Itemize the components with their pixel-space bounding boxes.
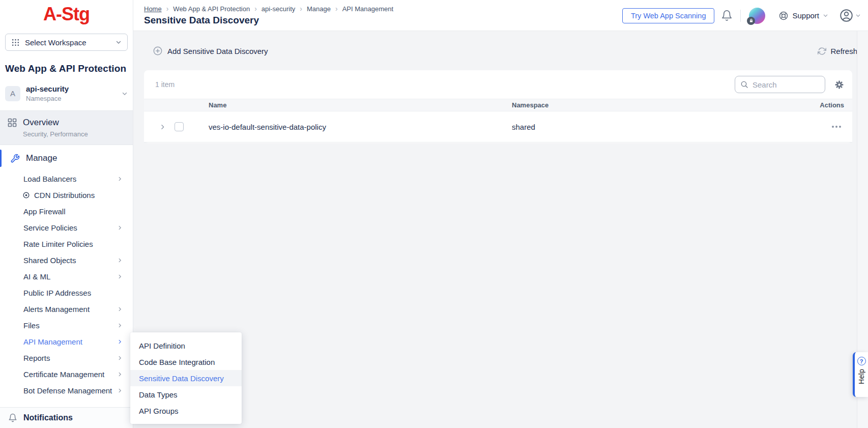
breadcrumb-manage[interactable]: Manage — [307, 5, 331, 13]
chevron-right-icon — [117, 339, 123, 345]
breadcrumb-separator: › — [166, 5, 169, 12]
user-icon — [840, 9, 853, 22]
workspace-selector[interactable]: Select Workspace — [5, 34, 128, 51]
logo-row: A-Stg — [0, 0, 133, 28]
flyout-item-sensitive-data-discovery[interactable]: Sensitive Data Discovery — [130, 370, 242, 386]
search-icon — [740, 80, 748, 89]
sidebar-title: Web App & API Protection — [5, 63, 128, 74]
breadcrumb-separator: › — [335, 5, 338, 12]
sidebar-item-api-management[interactable]: API Management — [0, 333, 133, 350]
column-header-namespace[interactable]: Namespace — [512, 101, 796, 109]
flyout-item-api-groups[interactable]: API Groups — [130, 403, 242, 419]
breadcrumb-separator: › — [254, 5, 257, 12]
lock-badge — [747, 17, 755, 25]
chevron-right-icon — [117, 176, 123, 182]
breadcrumb: Home › Web App & API Protection › api-se… — [144, 5, 393, 13]
chevron-right-icon — [117, 388, 123, 393]
table-row[interactable]: ves-io-default-sensitive-data-policy sha… — [144, 111, 852, 142]
content-toolbar: Add Sensitive Data Discovery Refresh — [153, 43, 857, 59]
sidebar-item-files[interactable]: Files — [0, 317, 133, 333]
grid-dots-icon — [11, 38, 20, 47]
namespace-avatar: A — [5, 86, 20, 101]
refresh-icon — [818, 47, 826, 55]
breadcrumb-home[interactable]: Home — [144, 5, 162, 13]
notifications-label: Notifications — [23, 413, 73, 422]
sidebar-item-service-policies[interactable]: Service Policies — [0, 219, 133, 236]
row-namespace: shared — [512, 123, 796, 131]
sidebar-item-public-ip-addresses[interactable]: Public IP Addresses — [0, 284, 133, 301]
card-header: 1 item — [144, 70, 852, 99]
sidebar-item-app-firewall[interactable]: App Firewall — [0, 203, 133, 219]
chevron-down-icon — [823, 13, 828, 18]
column-header-name[interactable]: Name — [209, 101, 512, 109]
flyout-item-code-base-integration[interactable]: Code Base Integration — [130, 354, 242, 370]
lifebuoy-icon — [778, 11, 789, 21]
plus-circle-icon — [153, 46, 163, 56]
search-input[interactable] — [753, 80, 814, 89]
namespace-info: api-security Namespace — [26, 84, 69, 102]
sidebar: A-Stg Select Workspace Web App & API Pro… — [0, 0, 133, 428]
top-header: Home › Web App & API Protection › api-se… — [133, 0, 868, 31]
flyout-item-api-definition[interactable]: API Definition — [130, 337, 242, 354]
sidebar-item-alerts-management[interactable]: Alerts Management — [0, 301, 133, 317]
sidebar-item-rate-limiter-policies[interactable]: Rate Limiter Policies — [0, 236, 133, 252]
flyout-item-data-types[interactable]: Data Types — [130, 386, 242, 403]
search-box[interactable] — [735, 76, 825, 93]
chevron-down-icon — [855, 13, 861, 18]
overview-grid-icon — [7, 118, 17, 128]
row-actions-menu-button[interactable] — [831, 123, 842, 131]
sensitive-data-discovery-card: 1 item Name Namespace Actions — [144, 70, 852, 143]
sidebar-item-cdn-distributions[interactable]: CDN Distributions — [0, 187, 133, 203]
add-sensitive-data-discovery-button[interactable]: Add Sensitive Data Discovery — [153, 46, 268, 56]
wrench-icon — [10, 154, 20, 163]
row-checkbox[interactable] — [175, 122, 184, 131]
namespace-selector[interactable]: A api-security Namespace — [5, 84, 128, 102]
brand-logo: A-Stg — [43, 4, 90, 25]
manage-label: Manage — [26, 153, 57, 163]
sidebar-item-shared-objects[interactable]: Shared Objects — [0, 252, 133, 268]
sidebar-item-certificate-management[interactable]: Certificate Management — [0, 366, 133, 382]
breadcrumb-waap[interactable]: Web App & API Protection — [173, 5, 250, 13]
chevron-right-icon — [117, 372, 123, 377]
try-web-app-scanning-button[interactable]: Try Web App Scanning — [622, 8, 715, 23]
sidebar-item-bot-defense-management[interactable]: Bot Defense Management — [0, 382, 133, 398]
refresh-button[interactable]: Refresh — [818, 47, 857, 55]
help-question-icon: ? — [857, 357, 866, 365]
refresh-label: Refresh — [830, 47, 857, 55]
tenant-avatar[interactable] — [749, 8, 765, 24]
page-title: Sensitive Data Discovery — [144, 15, 259, 26]
gear-icon — [834, 80, 844, 90]
help-tab[interactable]: ? Help — [853, 352, 868, 397]
chevron-right-icon — [117, 306, 123, 312]
namespace-name: api-security — [26, 84, 69, 93]
notifications-bell-button[interactable] — [721, 10, 733, 21]
chevron-right-icon — [117, 225, 123, 231]
sidebar-item-reports[interactable]: Reports — [0, 350, 133, 366]
bell-icon — [721, 10, 733, 21]
user-account-menu[interactable] — [840, 9, 861, 22]
support-label: Support — [792, 11, 819, 20]
sidebar-item-load-balancers[interactable]: Load Balancers — [0, 170, 133, 187]
header-divider — [740, 10, 741, 22]
chevron-right-icon — [117, 323, 123, 328]
sidebar-item-overview[interactable]: Overview Security, Performance — [0, 110, 133, 145]
chevron-right-icon — [117, 274, 123, 279]
chevron-right-icon — [117, 355, 123, 361]
api-management-flyout-menu: API Definition Code Base Integration Sen… — [130, 332, 242, 424]
workspace-selector-label: Select Workspace — [25, 38, 86, 47]
row-expand-chevron-icon[interactable] — [159, 124, 166, 130]
overview-subtitle: Security, Performance — [23, 130, 88, 138]
breadcrumb-namespace[interactable]: api-security — [262, 5, 295, 13]
sidebar-item-ai-ml[interactable]: AI & ML — [0, 268, 133, 284]
support-menu[interactable]: Support — [778, 11, 828, 21]
sidebar-section-manage[interactable]: Manage — [0, 145, 133, 170]
help-label: Help — [857, 369, 865, 384]
bell-icon — [8, 413, 17, 422]
breadcrumb-api-management[interactable]: API Management — [342, 5, 393, 13]
table-settings-button[interactable] — [834, 80, 844, 90]
lock-icon — [749, 18, 754, 23]
overview-label: Overview — [23, 118, 88, 128]
row-name[interactable]: ves-io-default-sensitive-data-policy — [209, 123, 512, 131]
chevron-right-icon — [117, 258, 123, 263]
sidebar-item-notifications[interactable]: Notifications — [0, 407, 133, 428]
